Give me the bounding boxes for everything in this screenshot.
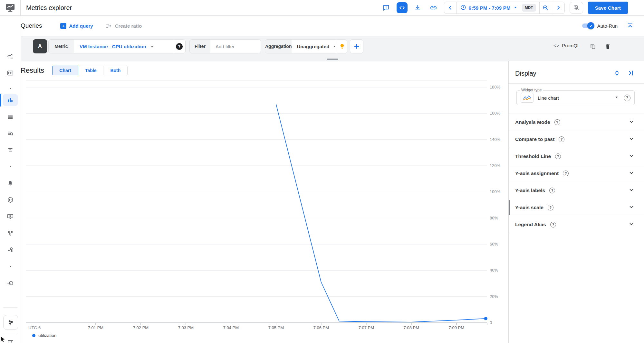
- time-forward-button[interactable]: [552, 2, 564, 14]
- chevron-down-icon[interactable]: [628, 152, 635, 161]
- auto-run-toggle[interactable]: [582, 23, 593, 28]
- section-threshold-line[interactable]: Threshold Line: [509, 148, 644, 165]
- download-icon[interactable]: [412, 2, 423, 13]
- bell-icon: [7, 180, 14, 187]
- metric-label: Metric: [49, 40, 74, 53]
- chevron-down-icon[interactable]: [628, 169, 635, 178]
- help-icon[interactable]: [548, 205, 553, 210]
- plus-icon: [353, 43, 360, 50]
- sidebar-item-metrics-explorer[interactable]: [3, 94, 18, 106]
- help-icon[interactable]: [554, 119, 560, 125]
- sidebar-item-services-list[interactable]: [4, 110, 17, 123]
- monitoring-logo-icon[interactable]: [0, 3, 21, 13]
- help-icon[interactable]: [555, 153, 561, 159]
- collapse-panel-right-icon[interactable]: [626, 69, 635, 78]
- nodes-icon: [7, 230, 14, 237]
- unfold-sections-icon[interactable]: [612, 69, 621, 78]
- queries-toolbar: Queries + Add query Create ratio Auto-Ru…: [21, 15, 644, 36]
- time-back-button[interactable]: [444, 2, 457, 14]
- zoom-out-icon[interactable]: [540, 2, 552, 14]
- feedback-icon[interactable]: [381, 2, 392, 13]
- delete-query-icon[interactable]: [604, 42, 611, 50]
- help-icon[interactable]: [624, 95, 630, 101]
- queries-heading: Queries: [21, 22, 42, 29]
- suggestion-button[interactable]: [337, 40, 347, 53]
- sidebar-item-log-search[interactable]: [4, 127, 17, 140]
- sidebar-item-managed-monitoring[interactable]: [4, 210, 17, 223]
- chevron-down-icon[interactable]: [628, 220, 635, 229]
- filter-input[interactable]: [215, 43, 258, 50]
- help-icon[interactable]: [559, 136, 564, 142]
- lightbulb-icon: [339, 43, 345, 50]
- panel-scrollbar-thumb[interactable]: [509, 200, 510, 215]
- section-analysis-mode[interactable]: Analysis Mode: [509, 114, 644, 131]
- list-lines-icon: [7, 113, 14, 120]
- section-y-axis-assignment[interactable]: Y-axis assignment: [509, 165, 644, 182]
- x-axis-tick-label: 7:07 PM: [352, 325, 381, 330]
- arrow-into-circle-icon: [7, 280, 14, 287]
- sidebar-item-more[interactable]: [4, 260, 17, 273]
- alerting-off-icon[interactable]: [570, 2, 583, 14]
- sidebar-item-more[interactable]: [4, 82, 17, 95]
- y-axis-tick-label: 80%: [490, 216, 506, 220]
- tab-chart[interactable]: Chart: [52, 66, 78, 75]
- section-label: Compare to past: [515, 136, 554, 142]
- aggregation-dropdown[interactable]: Unaggregated: [292, 40, 337, 53]
- timezone-chip[interactable]: MDT: [522, 4, 536, 12]
- add-sub-query-button[interactable]: [350, 39, 363, 53]
- chevron-down-icon[interactable]: [628, 203, 635, 212]
- resize-drag-handle[interactable]: [327, 59, 338, 60]
- query-letter-badge: A: [33, 39, 47, 53]
- metrics-explorer-screen: Metrics explorer: [0, 0, 644, 343]
- auto-run-cluster: Auto-Run: [582, 22, 644, 30]
- display-panel: Display Widget type Line: [508, 61, 644, 343]
- chart-legend-item[interactable]: utilization: [32, 333, 56, 338]
- help-icon[interactable]: [550, 222, 556, 227]
- sidebar-item-alerting[interactable]: [4, 177, 17, 190]
- sidebar-item-trace-list[interactable]: [4, 144, 17, 156]
- chevron-down-icon[interactable]: [628, 186, 635, 195]
- legend-series-label: utilization: [38, 333, 56, 338]
- caret-down-icon: [513, 5, 518, 11]
- sidebar-item-scanner[interactable]: [4, 193, 17, 206]
- help-icon[interactable]: [549, 188, 555, 193]
- section-compare-to-past[interactable]: Compare to past: [509, 131, 644, 148]
- coll apse-all-icon[interactable]: [626, 22, 634, 30]
- link-icon[interactable]: [428, 2, 439, 13]
- chevron-down-icon[interactable]: [628, 118, 635, 126]
- widget-type-select[interactable]: Widget type Line chart: [516, 90, 635, 105]
- sidebar-item-groups[interactable]: [4, 227, 17, 240]
- sidebar-item-monitoring-overview[interactable]: [4, 50, 17, 63]
- time-range-button[interactable]: 6:59 PM - 7:09 PM: [457, 2, 521, 14]
- chevron-down-icon[interactable]: [628, 135, 635, 144]
- toggle-check-icon: [587, 22, 594, 29]
- metric-dropdown[interactable]: VM Instance - CPU utilization: [74, 40, 173, 53]
- header-actions: 6:59 PM - 7:09 PM MDT: [381, 2, 644, 14]
- section-y-axis-scale[interactable]: Y-axis scale: [509, 199, 644, 216]
- sidebar-item-data-collection[interactable]: [4, 277, 17, 290]
- add-query-button[interactable]: + Add query: [60, 23, 93, 29]
- plus-square-icon: +: [60, 23, 66, 29]
- sidebar-item-app-hub[interactable]: [3, 315, 18, 330]
- section-y-axis-labels[interactable]: Y-axis labels: [509, 182, 644, 199]
- sidebar-item-dashboards[interactable]: [4, 67, 17, 79]
- promql-button[interactable]: <> PromQL: [553, 43, 580, 48]
- save-chart-button[interactable]: Save Chart: [588, 2, 628, 14]
- code-editor-toggle-icon[interactable]: [397, 2, 408, 13]
- cpu-utilization-chart[interactable]: [26, 68, 490, 326]
- sidebar-item-integrations[interactable]: [4, 243, 17, 256]
- clock-icon: [460, 4, 466, 12]
- dot-icon: [7, 85, 14, 92]
- section-legend-alias[interactable]: Legend Alias: [509, 216, 644, 233]
- sidebar-item-more[interactable]: [4, 160, 17, 173]
- caret-down-icon: [332, 44, 337, 49]
- trace-spans-icon: [7, 146, 14, 153]
- help-icon[interactable]: [563, 171, 569, 176]
- time-range-group: 6:59 PM - 7:09 PM MDT: [444, 2, 565, 14]
- x-axis-tick-label: 7:03 PM: [171, 325, 200, 330]
- create-ratio-button[interactable]: Create ratio: [105, 23, 142, 29]
- metric-help-button[interactable]: [173, 40, 185, 53]
- create-ratio-label: Create ratio: [115, 23, 142, 29]
- y-axis-tick-label: 120%: [490, 163, 506, 168]
- duplicate-query-icon[interactable]: [589, 42, 597, 50]
